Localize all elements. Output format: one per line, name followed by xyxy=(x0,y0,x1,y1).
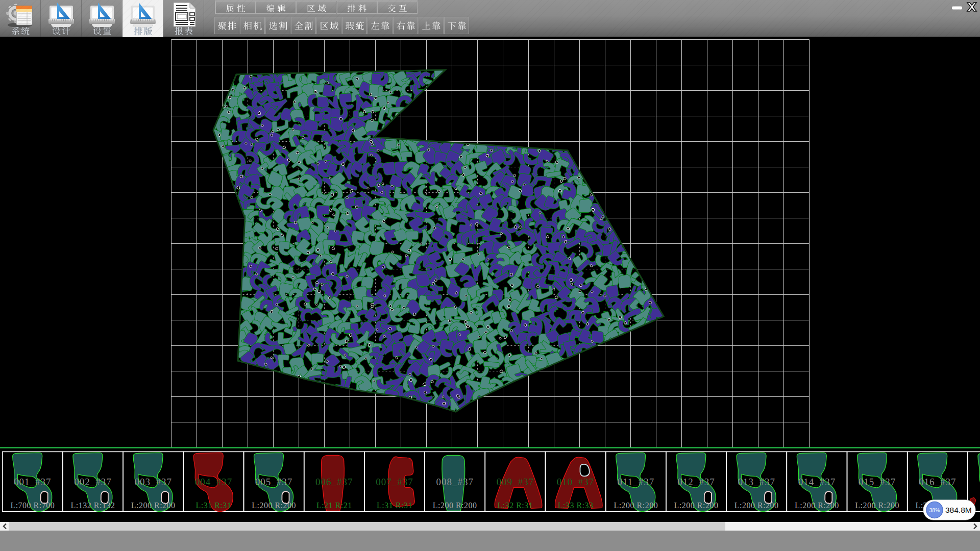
svg-text:L:21 R:21: L:21 R:21 xyxy=(316,501,352,510)
svg-text:L:132 R:132: L:132 R:132 xyxy=(71,501,115,510)
svg-text:011_#37: 011_#37 xyxy=(617,477,654,487)
svg-text:L:200 R:200: L:200 R:200 xyxy=(855,501,899,510)
svg-text:004_#37: 004_#37 xyxy=(195,477,233,487)
svg-text:L:700 R:700: L:700 R:700 xyxy=(10,501,55,510)
svg-text:384.8M: 384.8M xyxy=(945,506,972,514)
svg-text:L:32 R:31: L:32 R:31 xyxy=(497,501,533,510)
svg-text:L:200 R:200: L:200 R:200 xyxy=(734,501,779,510)
svg-text:L:31 R:31: L:31 R:31 xyxy=(195,501,231,510)
svg-text:005_#37: 005_#37 xyxy=(255,477,293,487)
svg-text:L:200 R:200: L:200 R:200 xyxy=(614,501,658,510)
svg-text:012_#37: 012_#37 xyxy=(677,477,715,487)
svg-text:L:33 R:33: L:33 R:33 xyxy=(558,501,594,510)
svg-text:001_#37: 001_#37 xyxy=(14,477,52,487)
svg-text:014_#37: 014_#37 xyxy=(798,477,836,487)
svg-text:008_#37: 008_#37 xyxy=(436,477,474,487)
svg-text:L:200 R:200: L:200 R:200 xyxy=(433,501,477,510)
svg-text:007_#37: 007_#37 xyxy=(376,477,413,487)
svg-text:002_#37: 002_#37 xyxy=(74,477,112,487)
svg-text:38%: 38% xyxy=(929,507,940,513)
svg-text:003_#37: 003_#37 xyxy=(134,477,172,487)
svg-text:L:200 R:200: L:200 R:200 xyxy=(131,501,176,510)
svg-text:L:200 R:200: L:200 R:200 xyxy=(252,501,296,510)
svg-text:016_#37: 016_#37 xyxy=(919,477,957,487)
svg-text:L:31 R:31: L:31 R:31 xyxy=(377,501,412,510)
svg-text:006_#37: 006_#37 xyxy=(315,477,353,487)
svg-text:013_#37: 013_#37 xyxy=(738,477,775,487)
svg-text:L:200 R:200: L:200 R:200 xyxy=(674,501,719,510)
svg-text:L:200 R:200: L:200 R:200 xyxy=(795,501,839,510)
svg-text:010_#37: 010_#37 xyxy=(557,477,595,487)
svg-text:009_#37: 009_#37 xyxy=(497,477,534,487)
svg-text:015_#37: 015_#37 xyxy=(859,477,896,487)
